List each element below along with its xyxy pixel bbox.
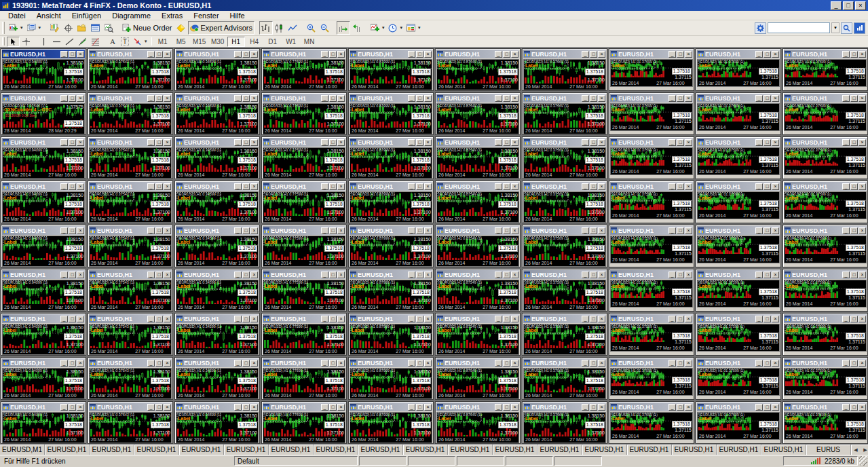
chart-window-titlebar[interactable]: EURUSD,H1_□× <box>523 226 606 235</box>
timeframe-h1-button[interactable]: H1 <box>227 37 245 47</box>
chart-maximize-button[interactable]: □ <box>850 316 858 322</box>
chart-maximize-button[interactable]: □ <box>329 183 337 190</box>
chart-minimize-button[interactable]: _ <box>495 316 502 322</box>
chart-canvas[interactable]: (EURUSD),H1 0.34599 (1)Label#4017603 buy… <box>176 368 259 399</box>
chart-minimize-button[interactable]: _ <box>408 183 415 190</box>
chart-window-titlebar[interactable]: EURUSD,H1_□× <box>2 226 85 235</box>
chart-close-button[interactable]: × <box>164 227 171 234</box>
chart-minimize-button[interactable]: _ <box>582 404 589 411</box>
profiles-button[interactable]: ▾ <box>25 21 43 35</box>
chart-canvas[interactable]: (EURUSD) H1 01.37599 (1)Label#4017603 bu… <box>784 368 867 396</box>
chart-window-titlebar[interactable]: EURUSD,H1_□× <box>523 182 606 191</box>
chart-close-button[interactable]: × <box>424 360 432 367</box>
chart-close-button[interactable]: × <box>250 316 258 322</box>
chart-close-button[interactable]: × <box>772 227 779 234</box>
chart-minimize-button[interactable]: _ <box>147 51 155 58</box>
chart-canvas[interactable]: (EURUSD),H1 0.87999 (1)Label#4017603 buy… <box>350 280 432 311</box>
horizontal-line-button[interactable] <box>50 37 63 47</box>
chart-minimize-button[interactable]: _ <box>495 139 502 146</box>
chart-canvas[interactable]: (EURUSD) H1 01.37599 (1)Label#4017603 bu… <box>784 59 867 87</box>
chart-maximize-button[interactable]: □ <box>416 227 423 234</box>
chart-minimize-button[interactable]: _ <box>234 51 242 58</box>
chart-window-titlebar[interactable]: EURUSD,H1_□× <box>176 270 259 279</box>
chart-maximize-button[interactable]: □ <box>677 360 684 367</box>
chart-maximize-button[interactable]: □ <box>416 360 423 367</box>
chart-minimize-button[interactable]: _ <box>755 360 763 367</box>
chart-minimize-button[interactable]: _ <box>842 227 850 234</box>
chart-window-titlebar[interactable]: EURUSD,H1_□× <box>784 314 867 323</box>
chart-window-titlebar[interactable]: EURUSD,H1_□× <box>610 314 693 323</box>
timeframe-m30-button[interactable]: M30 <box>209 37 227 47</box>
chart-canvas[interactable]: (EURUSD) H1 01.37599 (1)Label#4017603 bu… <box>610 236 693 263</box>
chart-maximize-button[interactable]: □ <box>416 316 423 322</box>
trendline-button[interactable] <box>63 37 76 47</box>
chart-canvas[interactable]: (EURUSD) H1 01.37599 (1)Label#4017603 bu… <box>784 191 867 219</box>
chart-maximize-button[interactable]: □ <box>416 404 423 411</box>
chart-window-titlebar[interactable]: EURUSD,H1_□× <box>436 50 519 58</box>
chart-maximize-button[interactable]: □ <box>590 404 597 411</box>
chart-close-button[interactable]: × <box>598 139 605 146</box>
chart-minimize-button[interactable]: _ <box>60 316 68 322</box>
chart-close-button[interactable]: × <box>77 183 84 190</box>
chart-canvas[interactable]: (EURUSD),H1 0.87549 (1)Label#4017603 buy… <box>436 280 519 311</box>
chart-close-button[interactable]: × <box>77 139 84 146</box>
chart-close-button[interactable]: × <box>77 95 84 102</box>
chart-close-button[interactable]: × <box>250 51 258 58</box>
chart-maximize-button[interactable]: □ <box>763 183 771 190</box>
chart-window-titlebar[interactable]: EURUSD,H1_□× <box>350 403 432 411</box>
chart-canvas[interactable]: (EURUSD) H1 01.37599 (1)Label#4017603 bu… <box>697 236 780 263</box>
chart-close-button[interactable]: × <box>337 139 345 146</box>
chart-tab[interactable]: EURUSD,H1 <box>761 445 806 455</box>
chart-close-button[interactable]: × <box>685 183 692 190</box>
cursor-button[interactable] <box>7 37 20 47</box>
terminal-button[interactable] <box>88 21 102 35</box>
chart-canvas[interactable]: (EURUSD),H1 0.37543 (1)Label#4017603 buy… <box>89 280 172 311</box>
chart-maximize-button[interactable]: □ <box>69 316 76 322</box>
chart-minimize-button[interactable]: _ <box>668 227 676 234</box>
chart-minimize-button[interactable]: _ <box>321 51 328 58</box>
chart-window-titlebar[interactable]: EURUSD,H1_□× <box>89 358 172 367</box>
chart-minimize-button[interactable]: _ <box>60 404 68 411</box>
chart-window-titlebar[interactable]: EURUSD,H1_□× <box>436 94 519 102</box>
chart-tab[interactable]: EURUSD,H1 <box>448 445 493 455</box>
chart-close-button[interactable]: × <box>598 183 605 190</box>
chart-close-button[interactable]: × <box>337 95 345 102</box>
chart-close-button[interactable]: × <box>424 227 432 234</box>
chart-maximize-button[interactable]: □ <box>242 316 250 322</box>
chart-canvas[interactable]: (EURUSD) H1 01.37599 (1)Label#4017603 bu… <box>697 324 780 352</box>
chart-close-button[interactable]: × <box>511 404 518 411</box>
chart-window-titlebar[interactable]: EURUSD,H1_□× <box>350 182 432 191</box>
chart-canvas[interactable]: (EURUSD),H1 0.37569 (1)Label#4017603 buy… <box>523 280 606 311</box>
chart-window-titlebar[interactable]: EURUSD,H1_□× <box>784 358 867 367</box>
chart-close-button[interactable]: × <box>77 360 84 367</box>
chart-close-button[interactable]: × <box>511 227 518 234</box>
chart-canvas[interactable]: (EURUSD),H1 0.77599 (1)Label#4017603 buy… <box>263 103 345 134</box>
chart-canvas[interactable]: (EURUSD) H1 01.37599 (1)Label#4017603 bu… <box>610 59 693 87</box>
chart-window-titlebar[interactable]: EURUSD,H1_□× <box>784 270 867 279</box>
chart-canvas[interactable]: (EURUSD) H1 01.37599 (1)Label#4017603 bu… <box>697 59 780 87</box>
chart-canvas[interactable]: (EURUSD),H1 0.37543 (1)Label#4017603 buy… <box>89 412 172 443</box>
chart-close-button[interactable]: × <box>858 404 866 411</box>
chart-minimize-button[interactable]: _ <box>495 183 502 190</box>
chart-canvas[interactable]: (EURUSD) H1 01.37599 (1)Label#4017603 bu… <box>610 280 693 307</box>
chart-canvas[interactable]: (EURUSD) H1 01.37599 (1)Label#4017603 bu… <box>697 147 780 175</box>
chart-close-button[interactable]: × <box>772 183 779 190</box>
chart-window-titlebar[interactable]: EURUSD,H1_□× <box>523 314 606 323</box>
chart-close-button[interactable]: × <box>511 183 518 190</box>
timeframe-w1-button[interactable]: W1 <box>282 37 300 47</box>
chart-close-button[interactable]: × <box>772 139 779 146</box>
chart-canvas[interactable]: (EURUSD),H1 0.37543 (1)Label#4017603 buy… <box>89 59 172 90</box>
chart-maximize-button[interactable]: □ <box>503 227 510 234</box>
chart-tab[interactable]: EURUSD,H1 <box>717 445 761 455</box>
chart-window-titlebar[interactable]: EURUSD,H1_□× <box>263 226 345 235</box>
chart-close-button[interactable]: × <box>772 95 779 102</box>
chart-maximize-button[interactable]: □ <box>590 360 597 367</box>
chart-maximize-button[interactable]: □ <box>590 139 597 146</box>
chart-maximize-button[interactable]: □ <box>677 139 684 146</box>
chart-minimize-button[interactable]: _ <box>755 404 763 411</box>
chart-canvas[interactable]: (EURUSD),H1 0.34599 (1)Label#4017603 buy… <box>176 324 259 355</box>
chart-canvas[interactable]: (EURUSD),H1 0.37543 (1)Label#4017603 buy… <box>89 324 172 355</box>
chart-maximize-button[interactable]: □ <box>590 227 597 234</box>
chart-canvas[interactable]: (EURUSD),H1 0.37569 (1)Label#4017603 buy… <box>523 324 606 355</box>
chart-minimize-button[interactable]: _ <box>321 95 328 102</box>
